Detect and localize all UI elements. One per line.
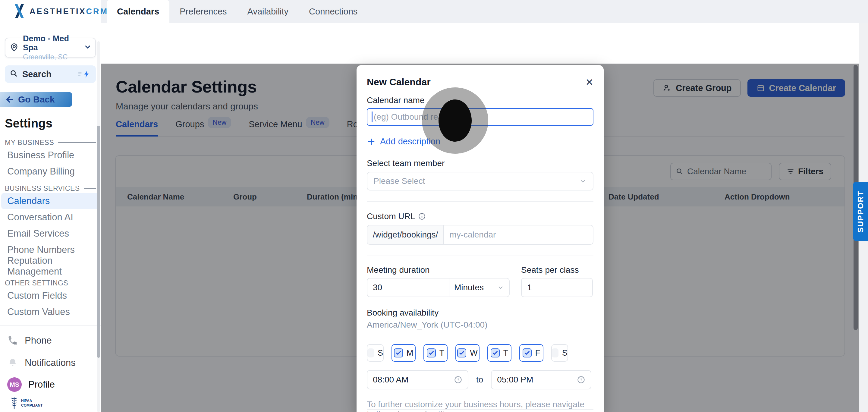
check-icon (428, 350, 435, 356)
sidebar-item-profile[interactable]: MS Profile (5, 377, 96, 392)
logo-text: AESTHETIXCRM (30, 7, 108, 16)
top-tabs: Calendars Preferences Availability Conne… (101, 0, 368, 23)
check-icon (492, 350, 498, 356)
support-tab[interactable]: SUPPORT (853, 182, 868, 241)
checkbox (394, 348, 403, 357)
end-time-input[interactable]: 05:00 PM (491, 370, 591, 389)
location-name: Demo - Med Spa (23, 34, 80, 52)
url-prefix: /widget/bookings/ (367, 225, 444, 244)
check-icon (458, 350, 465, 356)
seats-per-class-input[interactable]: 1 (521, 278, 593, 297)
day-checkbox-saturday[interactable]: S (551, 344, 568, 362)
sidebar-item-notifications[interactable]: Notifications (5, 356, 96, 370)
caduceus-icon (10, 397, 19, 410)
sidebar-item-company-billing[interactable]: Company Billing (1, 163, 99, 180)
top-tab-calendars[interactable]: Calendars (107, 0, 169, 23)
top-tab-preferences[interactable]: Preferences (169, 0, 237, 23)
day-checkbox-wednesday[interactable]: W (456, 344, 479, 362)
meeting-duration-unit-select[interactable]: Minutes (450, 279, 509, 296)
sidebar-item-phone[interactable]: Phone (5, 333, 96, 348)
meeting-duration-input[interactable]: 30 (367, 279, 450, 296)
chevron-down-icon (84, 43, 92, 52)
divider (367, 201, 593, 202)
section-my-business: MY BUSINESS (5, 138, 96, 147)
team-member-label: Select team member (367, 159, 593, 168)
checkbox (457, 348, 466, 357)
search-label: Search (22, 69, 74, 79)
top-bar: AESTHETIXCRM Calendars Preferences Avail… (0, 0, 868, 23)
check-icon (395, 350, 402, 356)
custom-url-group: /widget/bookings/ my-calendar (367, 225, 593, 245)
sidebar-item-calendars[interactable]: Calendars (1, 193, 99, 209)
section-other-settings: OTHER SETTINGS (5, 279, 96, 288)
sidebar-item-custom-values[interactable]: Custom Values (1, 304, 99, 320)
clock-icon (577, 376, 585, 384)
day-checkbox-friday[interactable]: F (519, 344, 544, 362)
modal-footer-divider (367, 409, 593, 410)
day-checkbox-thursday[interactable]: T (487, 344, 512, 362)
close-icon[interactable]: ✕ (585, 77, 593, 87)
to-label: to (476, 375, 483, 385)
checkbox (491, 348, 500, 357)
divider (367, 256, 593, 256)
avatar: MS (7, 377, 22, 392)
text-caret (372, 112, 373, 122)
timezone-text: America/New_York (UTC-04:00) (367, 320, 593, 330)
phone-icon (7, 335, 18, 346)
day-checkbox-tuesday[interactable]: T (424, 344, 447, 362)
arrow-left-icon (5, 95, 14, 104)
support-label: SUPPORT (856, 190, 865, 233)
day-checkbox-monday[interactable]: M (392, 344, 415, 362)
divider (367, 336, 593, 336)
clock-icon (454, 376, 462, 384)
main-area: Calendar Settings Manage your calendars … (101, 23, 868, 412)
chevron-down-icon (497, 284, 504, 291)
booking-availability-label: Booking availability (367, 308, 593, 318)
custom-url-input[interactable]: my-calendar (444, 225, 593, 244)
custom-url-label: Custom URL (367, 212, 415, 221)
section-business-services: BUSINESS SERVICES (5, 184, 96, 193)
hours-note: To further customize your business hours… (367, 400, 593, 412)
go-back-button[interactable]: Go Back (0, 92, 72, 107)
location-texts: Demo - Med Spa Greenville, SC (23, 34, 80, 61)
search-icon (10, 69, 18, 79)
top-tab-availability[interactable]: Availability (237, 0, 299, 23)
team-member-select[interactable]: Please Select (367, 172, 593, 190)
quick-actions-bolt-icon (78, 70, 91, 78)
location-pin-icon (9, 42, 19, 53)
sidebar: Demo - Med Spa Greenville, SC Search Go … (0, 23, 101, 412)
checkbox (427, 348, 436, 357)
sidebar-item-custom-fields[interactable]: Custom Fields (1, 288, 99, 304)
logo: AESTHETIXCRM (0, 0, 101, 23)
sidebar-item-conversation-ai[interactable]: Conversation AI (1, 209, 99, 225)
info-icon[interactable] (418, 213, 426, 220)
plus-icon (367, 137, 376, 146)
start-time-input[interactable]: 08:00 AM (367, 370, 468, 389)
sidebar-item-business-profile[interactable]: Business Profile (1, 147, 99, 163)
go-back-label: Go Back (18, 94, 55, 104)
chevron-down-icon (579, 177, 587, 185)
location-city: Greenville, SC (23, 53, 80, 61)
sidebar-item-email-services[interactable]: Email Services (1, 225, 99, 242)
modal-title: New Calendar (367, 76, 431, 88)
top-tab-connections[interactable]: Connections (299, 0, 368, 23)
logo-x-icon (13, 4, 25, 19)
check-icon (524, 350, 530, 356)
checkbox (367, 348, 374, 357)
sidebar-search[interactable]: Search (5, 65, 96, 83)
cursor-click-dot (438, 99, 472, 141)
sidebar-divider (0, 325, 101, 325)
custom-url-label-row: Custom URL (367, 212, 593, 221)
meeting-duration-label: Meeting duration (367, 265, 510, 275)
profile-label: Profile (28, 379, 55, 390)
location-switcher[interactable]: Demo - Med Spa Greenville, SC (5, 38, 96, 58)
checkbox (552, 348, 558, 357)
day-checkbox-sunday[interactable]: S (367, 344, 384, 362)
checkbox (523, 348, 532, 357)
sidebar-scrollbar-thumb[interactable] (97, 126, 100, 358)
bell-icon (7, 357, 18, 368)
weekday-checkboxes: S M T W T F S (367, 344, 593, 362)
hours-range: 08:00 AM to 05:00 PM (367, 370, 593, 389)
sidebar-item-reputation-management[interactable]: Reputation Management (1, 258, 99, 274)
hipaa-badge: HIPAACOMPLIANT (5, 397, 96, 410)
